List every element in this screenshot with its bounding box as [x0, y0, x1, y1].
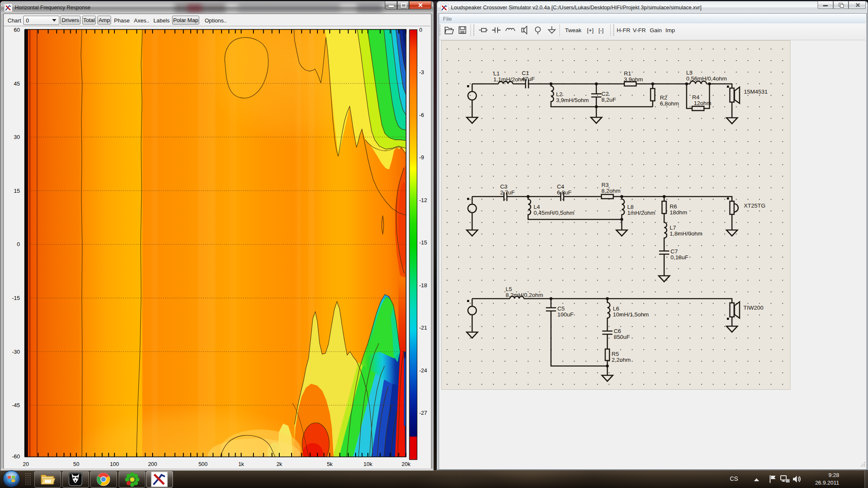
svg-text:20: 20	[23, 461, 29, 467]
svg-text:-21: -21	[419, 324, 427, 331]
svg-text:0: 0	[419, 27, 422, 33]
svg-text:0: 0	[17, 241, 20, 247]
svg-text:-12: -12	[419, 197, 427, 203]
svg-text:-24: -24	[419, 367, 427, 374]
svg-text:200: 200	[148, 461, 157, 467]
svg-text:-27: -27	[419, 410, 427, 416]
svg-text:-30: -30	[12, 349, 20, 355]
svg-text:2k: 2k	[276, 461, 282, 467]
svg-text:100: 100	[110, 461, 119, 467]
svg-text:-15: -15	[12, 295, 20, 301]
svg-text:5k: 5k	[327, 461, 333, 467]
svg-text:60: 60	[14, 27, 20, 33]
svg-text:45: 45	[14, 80, 20, 87]
svg-text:-18: -18	[419, 282, 427, 288]
svg-text:-6: -6	[419, 112, 424, 118]
svg-text:-60: -60	[12, 453, 20, 460]
svg-text:-3: -3	[419, 69, 424, 75]
svg-text:500: 500	[198, 461, 208, 467]
svg-text:30: 30	[14, 134, 20, 140]
svg-text:15: 15	[14, 188, 20, 194]
svg-text:50: 50	[73, 461, 79, 467]
svg-text:-9: -9	[419, 154, 424, 161]
svg-text:1k: 1k	[238, 461, 244, 467]
svg-text:10k: 10k	[364, 461, 373, 467]
svg-text:20k: 20k	[402, 461, 411, 467]
svg-text:-45: -45	[12, 402, 20, 408]
svg-text:-15: -15	[419, 239, 427, 246]
